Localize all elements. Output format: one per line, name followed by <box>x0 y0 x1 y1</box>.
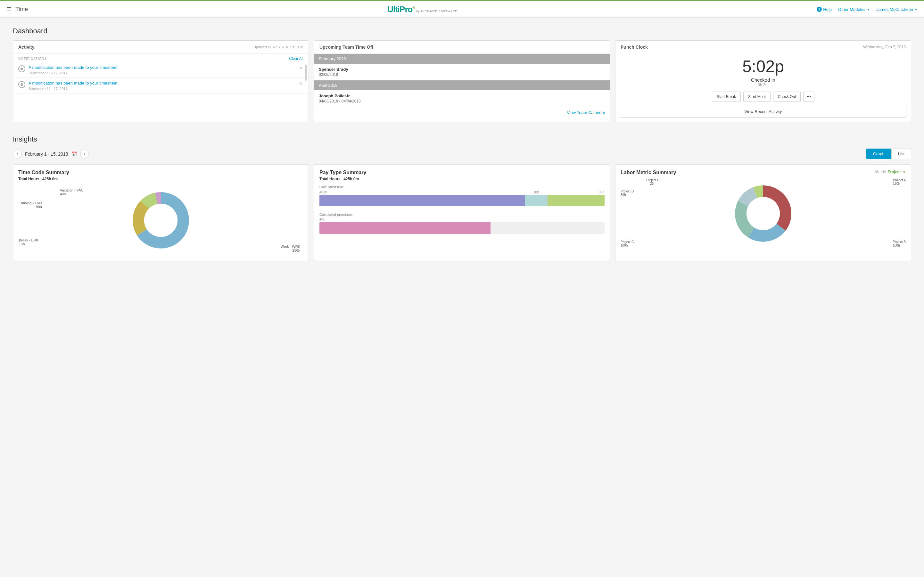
metric-label: Metric <box>875 170 886 174</box>
help-icon: ? <box>817 7 822 12</box>
notification-text: A modification has been made to your tim… <box>29 64 295 75</box>
activity-card: Activity Updated at 02/07/2018 5:01 PM N… <box>13 40 309 122</box>
metric-chevron-icon[interactable]: ▼ <box>903 170 906 174</box>
more-options-button[interactable]: ••• <box>803 92 814 102</box>
time-code-donut-chart: Vacation - VAC40h Training - TRN90h Brea… <box>18 185 304 256</box>
logo: UltiPro® by ULTIMATE SOFTWARE <box>387 5 457 15</box>
break-label: Break - BRK15h <box>19 238 39 246</box>
pay-type-subtitle: Total Hours 425h 0m <box>320 177 604 181</box>
app-title: Time <box>15 6 28 13</box>
time-bar-labels: 400h 10h 35h <box>320 190 604 194</box>
other-modules-link[interactable]: Other Modules ▼ <box>838 7 870 12</box>
view-recent-activity-button[interactable]: View Recent Activity <box>620 106 906 118</box>
punch-clock-header: Punch Clock Wednesday, Feb 7, 2018 <box>615 41 911 53</box>
activity-card-header: Activity Updated at 02/07/2018 5:01 PM <box>13 41 309 54</box>
activity-card-title: Activity <box>18 45 35 50</box>
labor-metric-summary-card: Labor Metric Summary Metric Project ▼ <box>615 164 911 261</box>
svg-point-10 <box>746 197 780 230</box>
main-content: Dashboard Activity Updated at 02/07/2018… <box>0 17 924 271</box>
project-e-label: Project E25h <box>646 178 659 185</box>
pay-type-total-label: Total Hours <box>320 177 341 181</box>
clear-all-button[interactable]: Clear All <box>289 56 304 61</box>
time-code-total-label: Total Hours <box>18 177 39 181</box>
pay-type-total-value: 425h 0m <box>344 177 359 181</box>
labor-metric-donut-chart: Project A150h Project B100h Project C100… <box>620 177 906 250</box>
labor-metric-title: Labor Metric Summary <box>620 170 676 176</box>
calculated-time-bar <box>320 195 604 206</box>
team-time-off-title: Upcoming Team Time Off <box>320 45 373 50</box>
dashboard-title: Dashboard <box>13 27 911 35</box>
time-code-subtitle: Total Hours 425h 0m <box>18 177 304 181</box>
notification-date: September 11 - 17, 2017 <box>29 87 295 90</box>
notification-close-icon[interactable]: ✕ <box>298 81 304 87</box>
time-off-entry: Joseph PolletJr 04/03/2018 - 04/04/2018 <box>314 90 610 107</box>
project-a-label: Project A150h <box>893 178 906 185</box>
punch-clock-date: Wednesday, Feb 7, 2018 <box>863 45 906 49</box>
next-period-button[interactable]: › <box>80 150 89 158</box>
other-modules-label: Other Modules <box>838 7 865 12</box>
punch-clock-title: Punch Clock <box>620 45 648 50</box>
notification-close-icon[interactable]: ✕ <box>298 64 304 71</box>
punch-clock-time-display: 5:02p <box>615 53 911 77</box>
help-link[interactable]: ? Help <box>817 7 832 12</box>
activity-body: NOTIFICATIONS Clear All A modification h… <box>13 54 309 93</box>
notification-link[interactable]: A modification has been made to your tim… <box>29 81 295 86</box>
list-view-button[interactable]: List <box>891 148 911 159</box>
premium-bar-labels: 50h <box>320 218 604 222</box>
training-label: Training - TRN90h <box>19 201 42 209</box>
notification-icon-inner <box>21 83 23 86</box>
punch-clock-card: Punch Clock Wednesday, Feb 7, 2018 5:02p… <box>615 40 911 122</box>
nav-right: ? Help Other Modules ▼ James McCutcheon … <box>817 7 918 12</box>
logo-text: UltiPro® <box>387 5 415 14</box>
person-name: Joseph PolletJr <box>319 93 605 98</box>
time-off-body: February 2018 Spencer Brady 02/09/2018 A… <box>314 54 610 118</box>
calculated-premiums-bar <box>320 222 604 234</box>
calendar-icon[interactable]: 📅 <box>71 152 77 156</box>
check-out-button[interactable]: Check Out <box>773 92 801 102</box>
dashboard-grid: Activity Updated at 02/07/2018 5:01 PM N… <box>13 40 911 122</box>
view-team-calendar-link[interactable]: View Team Calendar <box>314 107 610 118</box>
insights-title: Insights <box>13 135 911 143</box>
notification-link[interactable]: A modification has been made to your tim… <box>29 64 295 71</box>
person-dates: 02/09/2018 <box>319 73 605 77</box>
vacation-label: Vacation - VAC40h <box>60 188 84 196</box>
prev-period-button[interactable]: ‹ <box>13 150 22 158</box>
person-name: Spencer Brady <box>319 67 605 72</box>
svg-point-4 <box>144 204 178 237</box>
start-meal-button[interactable]: Start Meal <box>743 92 771 102</box>
calculated-time-section: Calculated time 400h 10h 35h <box>320 185 604 206</box>
donut-svg <box>129 188 193 252</box>
calculated-premiums-label: Calculated premiums <box>320 213 604 216</box>
calculated-premiums-bar-wrapper: 50h <box>320 218 604 234</box>
metric-selector: Metric Project ▼ <box>875 170 906 174</box>
start-break-button[interactable]: Start Break <box>712 92 741 102</box>
notifications-label: NOTIFICATIONS <box>18 57 47 61</box>
person-dates: 04/03/2018 - 04/04/2018 <box>319 99 605 103</box>
notification-item: A modification has been made to your tim… <box>13 62 309 78</box>
menu-icon[interactable]: ☰ <box>6 6 11 13</box>
insights-grid: Time Code Summary Total Hours 425h 0m Va… <box>13 164 911 261</box>
top-navigation: ☰ Time UltiPro® by ULTIMATE SOFTWARE ? H… <box>0 0 924 17</box>
bar-segment-10 <box>525 195 548 206</box>
logo-by: by ULTIMATE SOFTWARE <box>416 10 457 13</box>
punch-buttons-row: Start Break Start Meal Check Out ••• <box>615 92 911 106</box>
metric-value[interactable]: Project <box>887 170 901 174</box>
graph-view-button[interactable]: Graph <box>866 148 891 159</box>
scroll-indicator <box>305 64 307 81</box>
calculated-time-bar-wrapper: 400h 10h 35h <box>320 190 604 206</box>
other-modules-chevron-icon: ▼ <box>867 8 870 11</box>
time-off-entry: Spencer Brady 02/09/2018 <box>314 64 610 81</box>
bar-segment-400 <box>320 195 525 206</box>
project-c-label: Project C100h <box>620 240 634 247</box>
time-bar-label-10: 10h <box>525 190 548 194</box>
notification-text: A modification has been made to your tim… <box>29 81 295 90</box>
pay-type-summary-card: Pay Type Summary Total Hours 425h 0m Cal… <box>314 164 610 261</box>
help-label: Help <box>823 7 832 12</box>
insights-navigation: ‹ February 1 - 15, 2018 📅 › Graph List <box>13 148 911 159</box>
user-menu-chevron-icon: ▼ <box>914 8 918 11</box>
labor-donut-svg <box>731 182 795 246</box>
notification-icon <box>18 65 25 73</box>
bar-segment-50 <box>320 222 491 234</box>
user-menu-link[interactable]: James McCutcheon ▼ <box>876 7 918 12</box>
team-time-off-card: Upcoming Team Time Off February 2018 Spe… <box>314 40 610 122</box>
